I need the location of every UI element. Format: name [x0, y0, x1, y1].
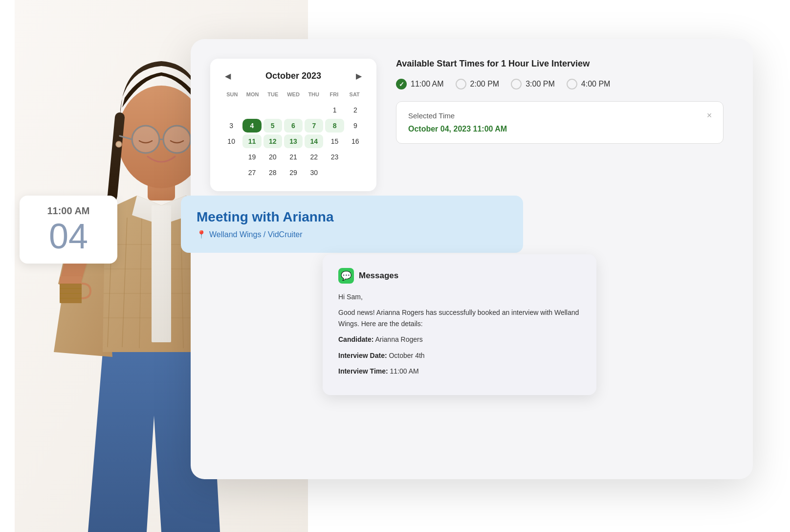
cal-day-16[interactable]: 16 [346, 134, 365, 148]
cal-day-empty [242, 103, 261, 117]
calendar-card: ◀ October 2023 ▶ SUN MON TUE WED THU FRI… [210, 59, 376, 191]
cal-day-10[interactable]: 10 [222, 134, 241, 148]
availability-title: Available Start Times for 1 Hour Live In… [396, 59, 724, 69]
cal-day-empty [325, 166, 344, 179]
cal-day-15[interactable]: 15 [325, 134, 344, 148]
meeting-time-float: 11:00 AM 04 [20, 196, 117, 264]
candidate-value: Arianna Rogers [375, 335, 422, 343]
weekday-sun: SUN [222, 89, 242, 99]
cal-day-empty [222, 166, 241, 179]
prev-month-button[interactable]: ◀ [222, 70, 234, 82]
weekday-mon: MON [242, 89, 263, 99]
svg-point-18 [116, 141, 122, 147]
cal-day-empty [284, 103, 303, 117]
svg-rect-11 [152, 205, 171, 342]
next-month-button[interactable]: ▶ [353, 70, 365, 82]
availability-section: Available Start Times for 1 Hour Live In… [396, 59, 724, 144]
svg-point-15 [133, 127, 158, 152]
radio-200[interactable] [456, 79, 466, 89]
selected-time-label: Selected Time [408, 111, 711, 120]
cal-day-12[interactable]: 12 [263, 134, 282, 148]
calendar-header: ◀ October 2023 ▶ [222, 70, 365, 82]
cal-day-8[interactable]: 8 [325, 119, 344, 133]
svg-point-17 [164, 127, 190, 152]
messages-candidate: Candidate: Arianna Rogers [338, 334, 581, 345]
cal-day-20[interactable]: 20 [263, 150, 282, 164]
time-option-200[interactable]: 2:00 PM [456, 79, 500, 89]
time-options: 11:00 AM 2:00 PM 3:00 PM 4:00 PM [396, 79, 724, 89]
interview-time-label: Interview Time: [338, 367, 388, 375]
weekday-wed: WED [283, 89, 304, 99]
cal-day-empty [305, 103, 323, 117]
weekday-sat: SAT [344, 89, 365, 99]
calendar-weekdays: SUN MON TUE WED THU FRI SAT [222, 89, 365, 99]
messages-title: Messages [359, 271, 398, 281]
cal-day-9[interactable]: 9 [346, 119, 365, 133]
radio-400[interactable] [567, 79, 577, 89]
time-option-400[interactable]: 4:00 PM [567, 79, 611, 89]
cal-day-7[interactable]: 7 [305, 119, 323, 133]
cal-day-21[interactable]: 21 [284, 150, 303, 164]
time-option-300[interactable]: 3:00 PM [511, 79, 555, 89]
cal-day-2[interactable]: 2 [346, 103, 365, 117]
cal-day-empty [263, 103, 282, 117]
cal-day-22[interactable]: 22 [305, 150, 323, 164]
cal-day-1[interactable]: 1 [325, 103, 344, 117]
messages-icon: 💬 [338, 268, 354, 284]
cal-day-29[interactable]: 29 [284, 166, 303, 179]
cal-day-empty [222, 103, 241, 117]
time-label-1100: 11:00 AM [411, 80, 444, 89]
messages-body: Hi Sam, Good news! Arianna Rogers has su… [338, 291, 581, 377]
cal-day-27[interactable]: 27 [242, 166, 261, 179]
cal-day-6[interactable]: 6 [284, 119, 303, 133]
messages-card: 💬 Messages Hi Sam, Good news! Arianna Ro… [323, 254, 596, 395]
radio-1100[interactable] [396, 79, 407, 89]
messages-greeting: Hi Sam, [338, 291, 581, 302]
messages-header: 💬 Messages [338, 268, 581, 284]
messages-interview-date: Interview Date: October 4th [338, 350, 581, 361]
cal-day-13[interactable]: 13 [284, 134, 303, 148]
meeting-time-text: 11:00 AM [29, 205, 108, 217]
messages-interview-time: Interview Time: 11:00 AM [338, 366, 581, 377]
cal-day-23[interactable]: 23 [325, 150, 344, 164]
interview-date-value: October 4th [389, 352, 424, 359]
time-label-300: 3:00 PM [526, 80, 555, 89]
radio-300[interactable] [511, 79, 522, 89]
meeting-location-text: Welland Wings / VidCruiter [209, 230, 303, 239]
svg-rect-20 [60, 276, 82, 284]
interview-date-label: Interview Date: [338, 352, 387, 359]
meeting-date-big: 04 [29, 219, 108, 254]
interview-time-value: 11:00 AM [390, 367, 419, 375]
meeting-title: Meeting with Arianna [197, 209, 507, 225]
cal-day-3[interactable]: 3 [222, 119, 241, 133]
location-pin-icon: 📍 [197, 230, 206, 239]
calendar-month-year: October 2023 [265, 71, 321, 81]
messages-body-text: Good news! Arianna Rogers has successful… [338, 307, 581, 329]
candidate-label: Candidate: [338, 335, 373, 343]
time-option-1100[interactable]: 11:00 AM [396, 79, 444, 89]
meeting-card: Meeting with Arianna 📍 Welland Wings / V… [181, 196, 523, 253]
calendar-grid: SUN MON TUE WED THU FRI SAT [222, 89, 365, 179]
cal-day-28[interactable]: 28 [263, 166, 282, 179]
close-selected-time-button[interactable]: × [703, 110, 715, 121]
cal-day-empty [222, 150, 241, 164]
calendar-days: 1 2 3 4 5 6 7 8 9 10 11 12 13 [222, 103, 365, 179]
selected-time-value: October 04, 2023 11:00 AM [408, 125, 711, 133]
time-label-400: 4:00 PM [581, 80, 611, 89]
time-label-200: 2:00 PM [470, 80, 500, 89]
scene: ◀ October 2023 ▶ SUN MON TUE WED THU FRI… [0, 0, 790, 532]
cal-day-4[interactable]: 4 [242, 119, 261, 133]
cal-day-empty [346, 166, 365, 179]
weekday-tue: TUE [263, 89, 283, 99]
cal-day-14[interactable]: 14 [305, 134, 323, 148]
meeting-location: 📍 Welland Wings / VidCruiter [197, 230, 507, 239]
cal-day-5[interactable]: 5 [263, 119, 282, 133]
selected-time-box: Selected Time October 04, 2023 11:00 AM … [396, 101, 724, 144]
cal-day-19[interactable]: 19 [242, 150, 261, 164]
cal-day-11[interactable]: 11 [242, 134, 261, 148]
cal-day-empty [346, 150, 365, 164]
weekday-thu: THU [304, 89, 324, 99]
weekday-fri: FRI [324, 89, 345, 99]
cal-day-30[interactable]: 30 [305, 166, 323, 179]
